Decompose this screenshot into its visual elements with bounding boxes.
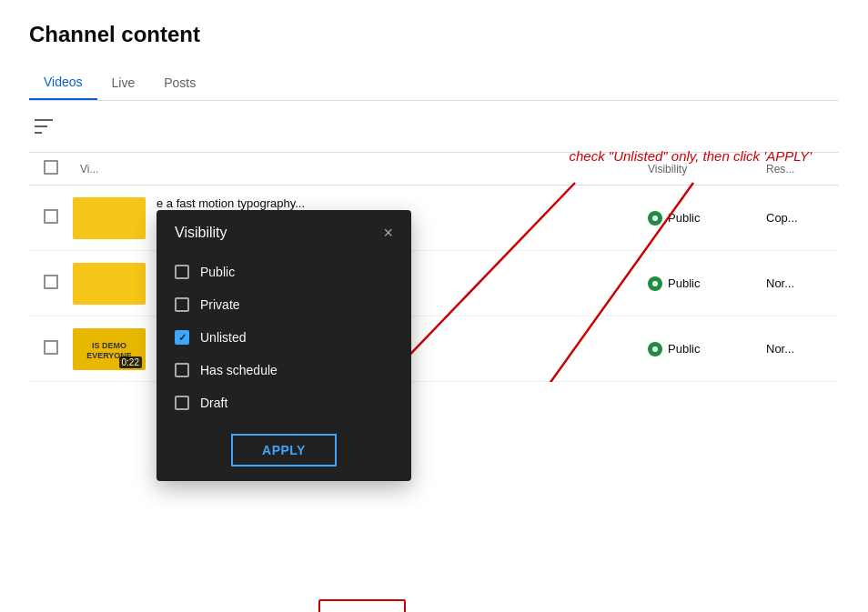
visibility-dropdown: Visibility × Public Private Unlisted [156, 210, 411, 481]
table-row: e a fast motion typography... YouTube Mo… [29, 186, 839, 251]
row-check-2 [29, 275, 73, 292]
dropdown-options: Public Private Unlisted Has schedule Dra [156, 252, 411, 426]
dropdown-title: Visibility [175, 225, 227, 241]
th-check [29, 160, 73, 177]
video-thumb-2 [73, 263, 146, 305]
option-label-unlisted: Unlisted [200, 330, 247, 345]
svg-rect-2 [35, 132, 42, 134]
table-header: Vi... Visibility Res... [29, 153, 839, 186]
visibility-label-1: Public [668, 211, 700, 225]
row-checkbox-3[interactable] [44, 340, 58, 355]
option-checkbox-draft[interactable] [175, 396, 189, 410]
option-label-has-schedule: Has schedule [200, 363, 278, 377]
row-visibility-1: Public [648, 211, 766, 226]
table-row-3: IS DEMOEVERYONE 0:22 Video Maker - A fas… [29, 316, 839, 382]
th-video: Vi... [73, 163, 648, 176]
option-checkbox-private[interactable] [175, 297, 189, 312]
option-checkbox-unlisted[interactable] [175, 330, 189, 345]
svg-rect-1 [35, 125, 47, 127]
option-public[interactable]: Public [156, 256, 411, 288]
tab-live[interactable]: Live [97, 66, 150, 99]
dropdown-header: Visibility × [156, 210, 411, 252]
tabs-row: Videos Live Posts [29, 65, 839, 101]
option-unlisted[interactable]: Unlisted [156, 321, 411, 354]
visibility-label-2: Public [668, 276, 700, 290]
th-visibility: Visibility [648, 163, 766, 176]
svg-rect-0 [35, 119, 53, 121]
row-check-1 [29, 209, 73, 226]
row-restrictions-1: Cop... [766, 211, 839, 225]
row-visibility-2: Public [648, 276, 766, 291]
row-checkbox-2[interactable] [44, 275, 58, 289]
page-title: Channel content [29, 22, 839, 47]
row-visibility-3: Public [648, 342, 766, 356]
visibility-dot-1 [648, 211, 662, 226]
filter-icon[interactable] [29, 112, 58, 141]
visibility-label-3: Public [668, 342, 700, 356]
select-all-checkbox[interactable] [44, 160, 58, 175]
th-restrictions: Res... [766, 163, 839, 176]
option-label-draft: Draft [200, 396, 227, 410]
video-thumb-1 [73, 197, 146, 239]
video-thumb-3: IS DEMOEVERYONE 0:22 [73, 328, 146, 370]
table-row-2: Video Maker - A fast motio... YouTube Mo… [29, 251, 839, 316]
filter-row [29, 101, 839, 153]
apply-button[interactable]: APPLY [231, 434, 337, 467]
page-container: Channel content Videos Live Posts Vi... … [0, 0, 868, 612]
option-label-public: Public [200, 265, 235, 279]
option-label-private: Private [200, 297, 240, 312]
row-checkbox-1[interactable] [44, 209, 58, 224]
dropdown-footer: APPLY [156, 426, 411, 481]
option-private[interactable]: Private [156, 288, 411, 321]
visibility-dot-3 [648, 342, 662, 356]
option-draft[interactable]: Draft [156, 386, 411, 419]
apply-highlight [318, 599, 406, 612]
thumb-duration: 0:22 [119, 356, 142, 368]
row-restrictions-3: Nor... [766, 342, 839, 356]
visibility-dot-2 [648, 276, 662, 291]
option-has-schedule[interactable]: Has schedule [156, 354, 411, 386]
tab-posts[interactable]: Posts [149, 66, 210, 99]
option-checkbox-has-schedule[interactable] [175, 363, 189, 377]
option-checkbox-public[interactable] [175, 265, 189, 279]
content-area: Vi... Visibility Res... e a fast motion … [29, 101, 839, 382]
tab-videos[interactable]: Videos [29, 65, 97, 100]
row-check-3 [29, 340, 73, 357]
close-button[interactable]: × [383, 225, 393, 241]
video-title-1: e a fast motion typography... [156, 196, 448, 210]
row-restrictions-2: Nor... [766, 276, 839, 290]
